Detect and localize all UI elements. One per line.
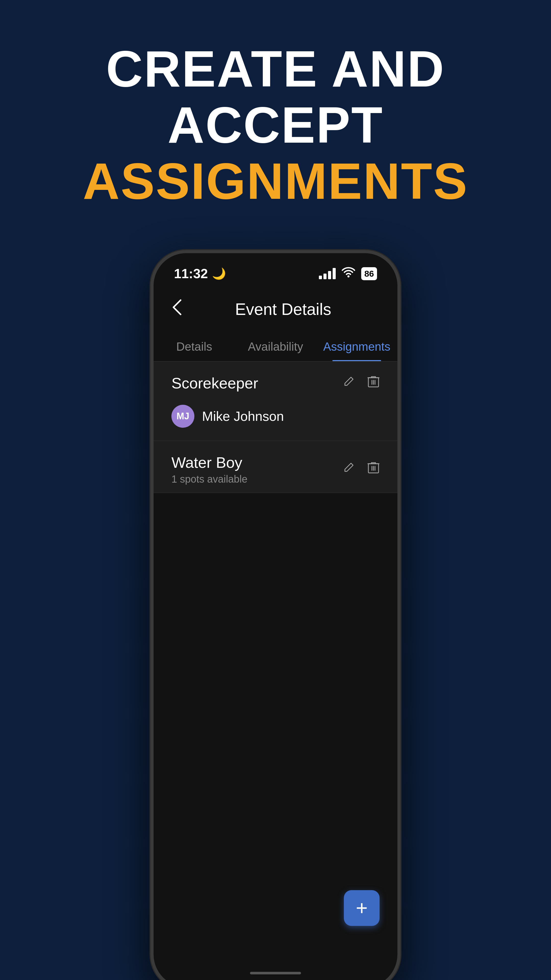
avatar-mike-johnson: MJ [171, 405, 194, 428]
vol-down-button [151, 401, 152, 437]
tab-assignments[interactable]: Assignments [316, 332, 397, 361]
status-time: 11:32 🌙 [174, 266, 226, 281]
assignment-actions-waterboy [342, 461, 380, 477]
assignment-scorekeeper: Scorekeeper [154, 362, 397, 441]
home-indicator [250, 972, 301, 974]
signal-icon [319, 268, 336, 279]
phone-screen: 11:32 🌙 [154, 253, 397, 980]
edit-waterboy-button[interactable] [342, 462, 354, 477]
assignment-title-waterboy: Water Boy [171, 454, 248, 471]
wifi-icon [342, 267, 355, 280]
add-assignment-fab[interactable]: + [344, 890, 380, 926]
phone-body: 11:32 🌙 [151, 250, 400, 980]
assignment-header-waterboy: Water Boy 1 spots available [154, 441, 397, 493]
assignment-waterboy: Water Boy 1 spots available [154, 441, 397, 493]
avatar-initials: MJ [176, 411, 189, 422]
battery-indicator: 86 [361, 267, 377, 280]
app-header: Event Details [154, 286, 397, 332]
hero-line2: ASSIGNMENTS [0, 153, 551, 209]
content-area: Scorekeeper [154, 362, 397, 980]
screen-title: Event Details [184, 300, 382, 319]
status-icons: 86 [319, 267, 377, 280]
edit-scorekeeper-button[interactable] [342, 375, 354, 391]
tab-details[interactable]: Details [154, 332, 235, 361]
vol-up-button [151, 355, 152, 391]
assignment-header-scorekeeper: Scorekeeper [154, 362, 397, 400]
assignment-members-scorekeeper: MJ Mike Johnson [154, 400, 397, 441]
battery-level: 86 [364, 269, 374, 279]
tab-availability[interactable]: Availability [235, 332, 316, 361]
hero-section: CREATE AND ACCEPT ASSIGNMENTS [0, 41, 551, 209]
time-display: 11:32 [174, 266, 208, 281]
back-button[interactable] [169, 297, 184, 322]
spots-available-waterboy: 1 spots available [171, 471, 248, 485]
fab-plus-icon: + [356, 898, 368, 918]
assignment-title-scorekeeper: Scorekeeper [171, 374, 258, 392]
moon-icon: 🌙 [212, 267, 226, 280]
delete-waterboy-button[interactable] [367, 461, 380, 477]
assignment-actions-scorekeeper [342, 375, 380, 391]
status-bar: 11:32 🌙 [154, 253, 397, 286]
member-name-mike-johnson: Mike Johnson [202, 409, 284, 424]
tab-bar: Details Availability Assignments [154, 332, 397, 362]
phone-mockup: 11:32 🌙 [151, 250, 400, 980]
delete-scorekeeper-button[interactable] [367, 375, 380, 391]
hero-line1: CREATE AND ACCEPT [0, 41, 551, 153]
